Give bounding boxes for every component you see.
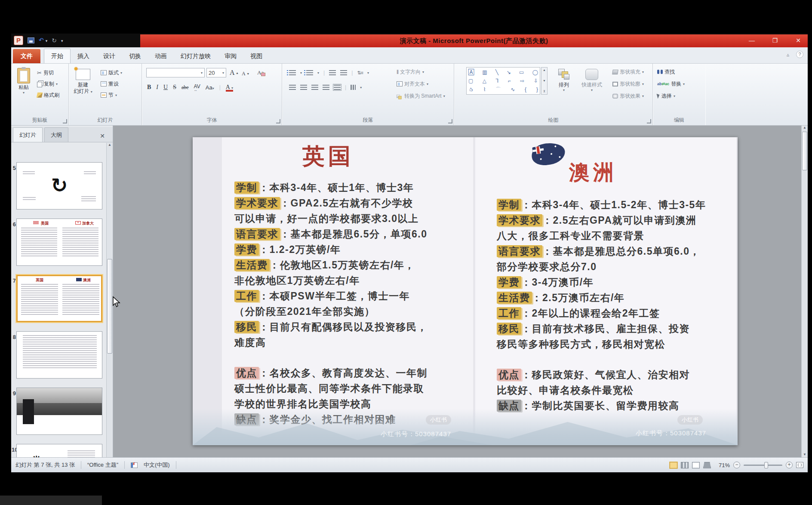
pane-scrollbar[interactable]: ▲ [106, 143, 113, 457]
close-pane-icon[interactable]: ✕ [100, 132, 105, 139]
ribbon-tab[interactable]: 视图 [243, 49, 269, 63]
align-center-icon[interactable] [300, 85, 307, 90]
arc-shape-icon: ⌒ [495, 86, 501, 93]
restore-button[interactable]: ❐ [769, 37, 781, 44]
minimize-button[interactable]: — [746, 37, 758, 44]
rectangle-shape-icon: ▭ [519, 69, 524, 75]
ws-scrollbar-thumb[interactable] [802, 132, 807, 170]
clear-formatting-button[interactable]: Aa [257, 68, 264, 77]
smartart-icon [397, 95, 400, 97]
slide-canvas[interactable]: 英国 澳洲 学制：本科3-4年、硕士1年、博士3年 学术要求：GPA2.5左右就… [193, 137, 738, 445]
paragraph-dialog-launcher[interactable] [448, 119, 452, 123]
shadow-button[interactable]: abe [181, 84, 189, 91]
bullets-icon[interactable] [289, 70, 296, 75]
zoom-slider-thumb[interactable] [764, 462, 768, 468]
slide-thumbnail-7-selected[interactable]: 7 英国 澳洲 [16, 275, 102, 322]
numbering-icon[interactable] [306, 70, 313, 75]
close-button[interactable]: ✕ [792, 37, 804, 44]
font-color-button[interactable]: A▾ [226, 84, 233, 91]
shape-fill-button[interactable]: 形状填充▾ [612, 67, 644, 77]
ribbon-tab[interactable]: 设计 [96, 49, 122, 63]
tab-outline[interactable]: 大纲 [44, 127, 68, 142]
mouse-cursor [112, 296, 121, 308]
pane-scrollbar-thumb[interactable] [107, 259, 112, 354]
grow-font-button[interactable]: A▴ [230, 68, 238, 77]
ribbon-tab[interactable]: 审阅 [218, 49, 243, 63]
arrow-shape-icon: ↘ [507, 69, 511, 75]
line-spacing-icon[interactable]: ⇅≡ [357, 70, 363, 76]
layout-button[interactable]: 版式▾ [101, 68, 122, 77]
character-spacing-button[interactable]: AV↔ [194, 83, 200, 91]
slide-thumbnail-5[interactable]: 5 ↻ [16, 162, 102, 209]
drawing-dialog-launcher[interactable] [647, 119, 651, 123]
ribbon-tab[interactable]: 开始 [44, 49, 71, 63]
align-left-icon[interactable] [289, 85, 296, 90]
shape-gallery-scrollbar[interactable]: ▲▼⊼ [541, 67, 547, 95]
underline-button[interactable]: U [163, 84, 168, 91]
decrease-indent-icon[interactable] [329, 70, 336, 75]
slide-thumbnail-10[interactable]: 10 ✺ [16, 444, 102, 457]
collapse-ribbon-icon[interactable]: ▵ [787, 52, 789, 58]
select-button[interactable]: 选择▾ [657, 91, 675, 101]
font-dialog-launcher[interactable] [276, 119, 280, 123]
language-indicator[interactable]: 中文(中国) [144, 461, 170, 469]
strikethrough-button[interactable]: S [173, 84, 176, 91]
arrange-button[interactable]: 排列 ▾ [552, 65, 575, 92]
increase-indent-icon[interactable] [340, 70, 347, 75]
ribbon-tab[interactable]: 文件 [13, 49, 40, 63]
zoom-out-button[interactable]: − [733, 462, 740, 468]
shape-outline-button[interactable]: 形状轮廓▾ [612, 79, 644, 89]
paste-button[interactable]: 粘贴 ▾ [12, 65, 35, 95]
slideshow-view-icon[interactable] [703, 462, 711, 468]
zoom-in-button[interactable]: + [786, 462, 793, 468]
font-name-combobox[interactable]: ▾ [146, 68, 205, 77]
clipboard-dialog-launcher[interactable] [63, 119, 67, 123]
justify-icon[interactable] [323, 85, 329, 90]
help-icon[interactable]: ? [796, 51, 803, 58]
reading-view-icon[interactable] [692, 462, 700, 468]
workspace-scrollbar[interactable]: ▲ ▼ [801, 126, 808, 457]
normal-view-icon[interactable] [670, 462, 677, 468]
ribbon-tab[interactable]: 插入 [71, 49, 96, 63]
text-direction-button[interactable]: ⫼ 文字方向▾ [397, 67, 424, 77]
quick-styles-button[interactable]: 快速样式 ▾ [578, 65, 606, 92]
italic-button[interactable]: I [156, 84, 158, 91]
save-icon[interactable] [28, 37, 34, 43]
copy-button[interactable]: 复制▾ [37, 79, 58, 89]
spellcheck-icon[interactable] [131, 462, 138, 468]
align-text-button[interactable]: 对齐文本▾ [397, 79, 428, 89]
ribbon-tab[interactable]: 切换 [122, 49, 148, 63]
slide-thumbnail-9[interactable]: 9 [16, 388, 102, 435]
format-painter-button[interactable]: 格式刷 [37, 90, 59, 100]
replace-button[interactable]: ab⇄ac 替换▾ [657, 79, 685, 89]
theme-name[interactable]: “Office 主题” [87, 461, 118, 469]
customize-qat-button[interactable]: ▾ [61, 35, 63, 46]
slide-sorter-view-icon[interactable] [681, 462, 689, 468]
bold-button[interactable]: B [147, 84, 151, 91]
shape-gallery[interactable]: 🄰▥╲↘▭◯ ▢△Ꞁ⌐⇨⇩ 🖒⌇⌒∿{} [466, 67, 540, 95]
slide-thumbnail-6[interactable]: 6 美国 加拿大 [16, 219, 102, 266]
shrink-font-button[interactable]: A▾ [242, 69, 249, 78]
section-button[interactable]: 节▾ [101, 90, 117, 100]
zoom-level[interactable]: 71% [714, 462, 730, 468]
tab-slides[interactable]: 幻灯片 [13, 127, 43, 142]
redo-button[interactable]: ↻ [52, 36, 57, 45]
undo-button[interactable]: ↶ ▾ [39, 35, 47, 46]
font-size-combobox[interactable]: 20▾ [206, 68, 226, 77]
cut-button[interactable]: ✂ 剪切 [37, 68, 54, 77]
slide-thumbnail-8[interactable]: 8 [16, 331, 102, 379]
columns-icon[interactable] [351, 85, 356, 90]
change-case-button[interactable]: Aa▾ [206, 84, 214, 91]
powerpoint-app-icon[interactable]: P [14, 36, 23, 45]
convert-smartart-button[interactable]: 转换为 SmartArt▾ [397, 91, 445, 101]
reset-button[interactable]: 重设 [101, 79, 119, 89]
ribbon-tab[interactable]: 幻灯片放映 [174, 49, 218, 63]
new-slide-button[interactable]: 新建 幻灯片 ▾ [71, 65, 95, 95]
fit-to-window-icon[interactable] [796, 462, 803, 468]
align-right-icon[interactable] [311, 85, 318, 90]
find-button[interactable]: 查找 [657, 67, 675, 77]
zoom-slider[interactable] [744, 465, 782, 466]
distributed-icon[interactable] [334, 85, 341, 90]
ribbon-tab[interactable]: 动画 [148, 49, 174, 63]
shape-effects-button[interactable]: 形状效果▾ [612, 91, 644, 101]
